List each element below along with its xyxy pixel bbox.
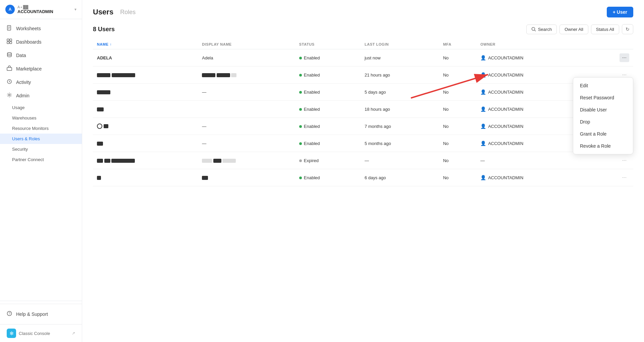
classic-console-label: Classic Console [19, 331, 72, 336]
table-row: — Enabled 5 days ago No 👤ACCOUNTADMIN ··… [93, 84, 633, 101]
table-row: Enabled 6 days ago No 👤ACCOUNTADMIN ··· [93, 169, 633, 186]
table-row: ADELA Adela Enabled just now No 👤 ACCOUN… [93, 49, 633, 66]
page-header: Users Roles + User [82, 0, 644, 17]
users-count: 8 Users [93, 26, 526, 33]
status-filter-button[interactable]: Status All [591, 25, 619, 34]
svg-point-11 [9, 94, 10, 96]
activity-icon [7, 79, 12, 86]
dropdown-drop[interactable]: Drop [573, 116, 633, 128]
sidebar-item-worksheets[interactable]: Worksheets [0, 22, 82, 35]
sidebar-item-resource-monitors[interactable]: Resource Monitors [0, 123, 82, 134]
sidebar-item-dashboards[interactable]: Dashboards [0, 35, 82, 49]
user-mfa: No [439, 118, 476, 135]
sidebar-item-marketplace[interactable]: Marketplace [0, 62, 82, 76]
svg-rect-7 [10, 42, 12, 44]
search-icon [531, 27, 536, 32]
sidebar-item-security[interactable]: Security [0, 144, 82, 154]
sidebar-item-warehouses[interactable]: Warehouses [0, 113, 82, 123]
sidebar-item-usage[interactable]: Usage [0, 102, 82, 113]
main-content: Users Roles + User 8 Users Search Owner … [82, 0, 644, 342]
col-header-display-name[interactable]: DISPLAY NAME [198, 40, 295, 49]
col-header-owner[interactable]: OWNER [476, 40, 592, 49]
status-enabled-dot [299, 142, 302, 145]
sidebar-item-admin[interactable]: Admin [0, 89, 82, 102]
sidebar-item-activity[interactable]: Activity [0, 76, 82, 89]
table-row: Enabled 18 hours ago No 👤ACCOUNTADMIN ··… [93, 101, 633, 118]
col-header-name[interactable]: NAME ↑ [93, 40, 198, 49]
status-enabled-dot [299, 125, 302, 128]
marketplace-icon [7, 65, 12, 72]
warehouses-label: Warehouses [12, 115, 37, 120]
dropdown-revoke-role[interactable]: Revoke a Role [573, 140, 633, 152]
table-row: — Enabled 7 months ago No 👤ACCOUNTADMIN … [93, 118, 633, 135]
snowflake-footer[interactable]: ❄ Classic Console ↗ [0, 324, 82, 342]
user-actions: ··· [593, 169, 633, 186]
user-mfa: No [439, 152, 476, 169]
user-display-name [198, 101, 295, 118]
dashboards-label: Dashboards [16, 39, 42, 45]
more-actions-button[interactable]: ··· [620, 156, 629, 165]
sidebar-item-help[interactable]: ? Help & Support [7, 308, 75, 320]
user-display-name: — [198, 118, 295, 135]
partner-connect-label: Partner Connect [12, 157, 44, 162]
dropdown-reset-password[interactable]: Reset Password [573, 92, 633, 104]
dropdown-edit[interactable]: Edit [573, 80, 633, 92]
svg-point-8 [7, 53, 11, 54]
refresh-button[interactable]: ↻ [622, 24, 633, 34]
user-status: Enabled [295, 118, 361, 135]
col-header-status[interactable]: STATUS [295, 40, 361, 49]
dropdown-menu: Edit Reset Password Disable User Drop Gr… [573, 77, 633, 154]
user-owner: 👤ACCOUNTADMIN [476, 169, 592, 186]
svg-rect-9 [7, 67, 12, 70]
user-actions: ··· [593, 49, 633, 66]
user-last-login: — [361, 152, 439, 169]
dropdown-disable-user[interactable]: Disable User [573, 104, 633, 116]
data-label: Data [16, 53, 26, 58]
col-header-mfa[interactable]: MFA [439, 40, 476, 49]
marketplace-label: Marketplace [16, 66, 42, 71]
svg-text:?: ? [9, 312, 11, 315]
owner-icon: 👤 [480, 89, 486, 95]
svg-rect-6 [7, 42, 9, 44]
user-name [93, 169, 198, 186]
user-name [93, 135, 198, 152]
tab-roles[interactable]: Roles [119, 9, 137, 16]
search-button[interactable]: Search [526, 25, 557, 34]
account-role: ACCOUNTADMIN [17, 9, 74, 14]
user-display-name [198, 169, 295, 186]
content-area: 8 Users Search Owner All Status All ↻ NA… [82, 17, 644, 342]
owner-icon: 👤 [480, 141, 486, 146]
more-actions-button[interactable]: ··· [620, 53, 629, 62]
sidebar-item-data[interactable]: Data [0, 49, 82, 62]
users-roles-label: Users & Roles [12, 136, 40, 141]
admin-label: Admin [16, 93, 30, 98]
add-user-button[interactable]: + User [607, 7, 633, 17]
worksheets-icon [7, 25, 12, 32]
main-nav: Worksheets Dashboards Data Marketplace A… [0, 19, 82, 298]
user-mfa: No [439, 135, 476, 152]
owner-icon: 👤 [480, 72, 486, 78]
owner-filter-button[interactable]: Owner All [559, 25, 588, 34]
more-actions-button[interactable]: ··· [620, 173, 629, 182]
sidebar-bottom: ? Help & Support [0, 304, 82, 324]
classic-console-arrow-icon: ↗ [72, 331, 75, 336]
user-name [93, 84, 198, 101]
table-row: Enabled 21 hours ago No 👤ACCOUNTADMIN ··… [93, 66, 633, 84]
sidebar-item-users-roles[interactable]: Users & Roles [0, 134, 82, 144]
user-name [93, 66, 198, 84]
toolbar-right: Search Owner All Status All ↻ [526, 24, 633, 34]
sidebar: A A ▪ ██ ACCOUNTADMIN ▾ Worksheets Dashb… [0, 0, 82, 342]
user-display-name [198, 152, 295, 169]
usage-label: Usage [12, 105, 25, 110]
status-enabled-dot [299, 91, 302, 94]
col-header-last-login[interactable]: LAST LOGIN [361, 40, 439, 49]
sidebar-item-partner-connect[interactable]: Partner Connect [0, 154, 82, 165]
user-status: Enabled [295, 49, 361, 66]
help-icon: ? [7, 311, 12, 317]
dropdown-grant-role[interactable]: Grant a Role [573, 128, 633, 140]
admin-icon [7, 92, 12, 99]
user-last-login: just now [361, 49, 439, 66]
user-name [93, 118, 198, 135]
help-label: Help & Support [16, 311, 48, 317]
account-switcher[interactable]: A A ▪ ██ ACCOUNTADMIN ▾ [0, 0, 82, 19]
